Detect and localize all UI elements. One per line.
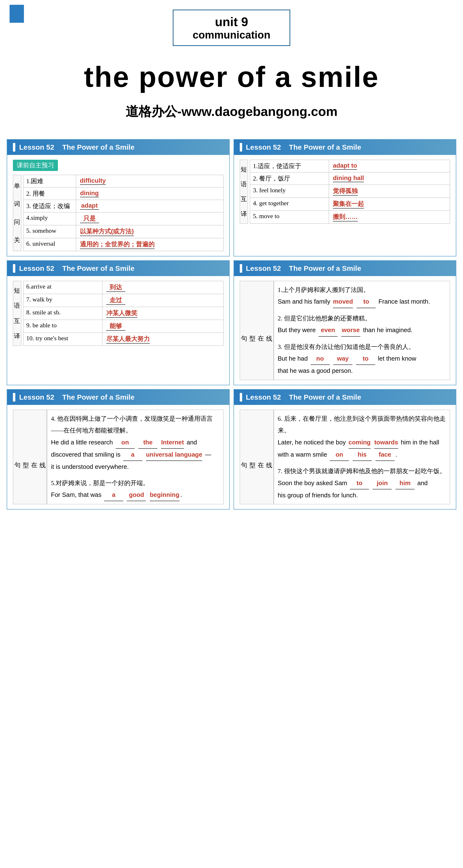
phrase-item-5-label: 5. move to	[250, 211, 329, 224]
label-duan: 短	[241, 165, 247, 174]
panel2-lesson: Lesson 52 The Power of a Smile	[246, 143, 361, 151]
vocab-item-6-label: 6. universal	[23, 238, 76, 251]
label-ci: 词	[14, 200, 20, 208]
panel5-header: Lesson 52 The Power of a Smile	[7, 390, 229, 405]
answer-to1: to	[357, 296, 376, 308]
table-row: 5. move to 搬到……	[250, 211, 450, 224]
panel5-body: 句 型 在 线 4. 他在因特网上做了一个小调查，发现微笑是一种通用语言——在任…	[7, 405, 229, 509]
table-row: 6.arrive at 到达	[23, 281, 223, 294]
vocab-item-4-label: 4.simply	[23, 212, 76, 225]
phrase-table: 1.适应，使适应于 adapt to 2. 餐厅，饭厅 dining hall …	[250, 160, 450, 224]
answer-even: even	[319, 324, 338, 336]
panel-phrase1: Lesson 52 The Power of a Smile 短 语 互 译 1…	[234, 139, 457, 256]
vocab-item-2-answer: dining	[76, 187, 223, 200]
sentence-left-label-3: 句 型 在 线	[240, 410, 274, 504]
label-wen: 问	[14, 218, 20, 226]
panel-phrase2: Lesson 52 The Power of a Smile 短 语 互 译 6…	[7, 260, 230, 385]
label-yi: 译	[241, 210, 247, 218]
panel2-header: Lesson 52 The Power of a Smile	[234, 140, 456, 155]
answer-worse: worse	[341, 324, 360, 336]
sentence-outer-3: 句 型 在 线 6. 后来，在餐厅里，他注意到这个男孩面带热情的笑容向他走来。 …	[240, 410, 450, 504]
phrase-item-1-label: 1.适应，使适应于	[250, 160, 329, 173]
header-accent-bar	[13, 264, 15, 273]
panel3-lesson: Lesson 52 The Power of a Smile	[19, 265, 134, 273]
unit-subtitle: communication	[193, 29, 270, 41]
panel1-lesson: Lesson 52 The Power of a Smile	[19, 143, 134, 151]
panel4-header: Lesson 52 The Power of a Smile	[234, 261, 456, 276]
answer-a2: a	[104, 489, 123, 501]
phrase-item-8-label: 8. smile at sb.	[23, 307, 102, 320]
answer-the: the	[138, 436, 158, 449]
en-sentence-4c: it is understood everywhere.	[51, 461, 220, 473]
en-sentence-3b: that he was a good person.	[278, 365, 446, 377]
answer-no: no	[310, 353, 330, 365]
cn-sentence-1: 1.上个月萨姆和家人搬到了法国。	[278, 284, 446, 296]
answer-good: good	[127, 489, 146, 501]
phrase-item-9-answer: 能够	[102, 320, 223, 333]
en-sentence-4: He did a little research on the Internet…	[51, 436, 220, 449]
table-row: 9. be able to 能够	[23, 320, 223, 333]
answer-on: on	[115, 436, 135, 449]
panel-vocab-preview: Lesson 52 The Power of a Smile 课前自主预习 单 …	[7, 139, 230, 256]
panel3-header: Lesson 52 The Power of a Smile	[7, 261, 229, 276]
preview-badge: 课前自主预习	[13, 160, 58, 171]
cn-sentence-5: 5.对萨姆来说，那是一个好的开端。	[51, 477, 220, 489]
table-row: 2. 用餐 dining	[23, 187, 223, 200]
sentence-item-5: 5.对萨姆来说，那是一个好的开端。 For Sam, that was a go…	[51, 477, 220, 501]
answer-on2: on	[330, 449, 349, 461]
answer-him2: him	[396, 477, 415, 490]
phrase-item-10-answer: 尽某人最大努力	[102, 333, 223, 346]
phrase-item-5-answer: 搬到……	[329, 211, 450, 224]
en-sentence-6: Later, he noticed the boy coming towards…	[278, 436, 446, 449]
table-row: 1.适应，使适应于 adapt to	[250, 160, 450, 173]
phrase-item-8-answer: 冲某人微笑	[102, 307, 223, 320]
en-sentence-7b: his group of friends for lunch.	[278, 490, 446, 501]
answer-to2: to	[356, 353, 375, 365]
panel-sentence2: Lesson 52 The Power of a Smile 句 型 在 线 4…	[7, 389, 230, 510]
answer-coming: coming	[349, 436, 371, 449]
vocab-item-1-answer: difficulty	[76, 175, 223, 187]
label-guan: 关	[14, 236, 20, 244]
panel1-body: 课前自主预习 单 词 问 关 1.困难 difficulty 2. 用餐 din…	[7, 155, 229, 256]
vocab-item-3-label: 3. 使适应；改编	[23, 200, 76, 212]
answer-a1: a	[123, 449, 142, 461]
phrase-item-1-answer: adapt to	[329, 160, 450, 173]
header-accent-bar	[240, 393, 242, 402]
answer-to3: to	[350, 477, 369, 490]
answer-way: way	[333, 353, 353, 365]
panel6-header: Lesson 52 The Power of a Smile	[234, 390, 456, 405]
cn-sentence-6: 6. 后来，在餐厅里，他注意到这个男孩面带热情的笑容向他走来。	[278, 413, 446, 436]
header-section: unit 9 communication the power of a smil…	[0, 0, 463, 137]
panel1-header: Lesson 52 The Power of a Smile	[7, 140, 229, 155]
label-yi: 译	[14, 332, 20, 340]
en-sentence-2: But they were even worse than he imagine…	[278, 324, 446, 336]
panel4-lesson: Lesson 52 The Power of a Smile	[246, 265, 361, 273]
table-row: 3. 使适应；改编 adapt	[23, 200, 223, 212]
en-sentence-5: For Sam, that was a good beginning.	[51, 489, 220, 501]
label-duan: 短	[14, 286, 20, 295]
en-sentence-6b: with a warm smile on his face.	[278, 449, 446, 461]
vocab-item-4-answer: 只是	[76, 212, 223, 225]
phrase-item-2-answer: dining hall	[329, 173, 450, 185]
phrase-table-2: 6.arrive at 到达 7. walk by 走过 8. smile at…	[23, 281, 224, 346]
panel5-lesson: Lesson 52 The Power of a Smile	[19, 393, 134, 401]
vocab-item-3-answer: adapt	[76, 200, 223, 212]
sentence-content: 1.上个月萨姆和家人搬到了法国。 Sam and his family move…	[274, 281, 450, 380]
table-row: 4. get together 聚集在一起	[250, 198, 450, 211]
sentence-item-3: 3. 但是他没有办法让他们知道他是一个善良的人。 But he had no w…	[278, 341, 446, 377]
phrase-item-6-answer: 到达	[102, 281, 223, 294]
answer-join: join	[372, 477, 392, 490]
answer-his: his	[353, 449, 372, 461]
sentence-item-4: 4. 他在因特网上做了一个小调查，发现微笑是一种通用语言——在任何地方都能被理解…	[51, 413, 220, 473]
phrase-item-7-answer: 走过	[102, 294, 223, 307]
sentence-item-2: 2. 但是它们比他想象的还要糟糕。 But they were even wor…	[278, 312, 446, 337]
sentence-item-6: 6. 后来，在餐厅里，他注意到这个男孩面带热情的笑容向他走来。 Later, h…	[278, 413, 446, 461]
label-hu: 互	[14, 317, 20, 325]
vocab-item-5-answer: 以某种方式(或方法)	[76, 225, 223, 238]
panel-sentence1: Lesson 52 The Power of a Smile 句 型 在 线 1…	[234, 260, 457, 385]
panel-sentence3: Lesson 52 The Power of a Smile 句 型 在 线 6…	[234, 389, 457, 510]
sentence-content-3: 6. 后来，在餐厅里，他注意到这个男孩面带热情的笑容向他走来。 Later, h…	[274, 410, 450, 504]
vocab-item-1-label: 1.困难	[23, 175, 76, 187]
table-row: 10. try one's best 尽某人最大努力	[23, 333, 223, 346]
en-sentence-4b: discovered that smiling is a universal l…	[51, 449, 220, 461]
